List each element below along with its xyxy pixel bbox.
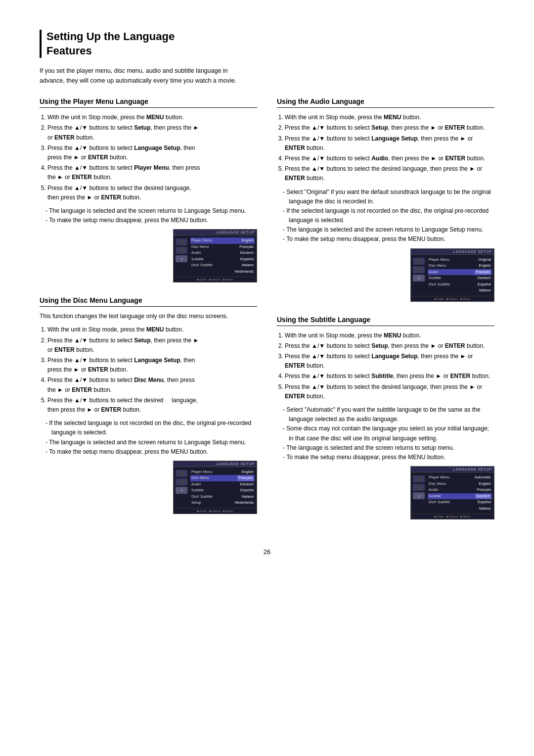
screen-row: Disc MenuFrançais — [190, 475, 255, 481]
screen-header: LANGUAGE SETUP — [174, 461, 257, 467]
screen-row: Player MenuEnglish — [190, 237, 255, 244]
screen-content: Player MenuEnglish Disc MenuFrançais Aud… — [189, 469, 256, 506]
screen-content: Player MenuAutomatic Disc MenuEnglish Au… — [427, 474, 493, 512]
screen-row: DivX SubtitleItaliano — [190, 262, 255, 269]
audio-icon: ⬛ — [176, 478, 187, 485]
screen-content: Player MenuOriginal Disc MenuEnglish Aud… — [427, 257, 493, 294]
disc-menu-steps: With the unit in Stop mode, press the ME… — [40, 325, 257, 415]
intro-text: If you set the player menu, disc menu, a… — [40, 66, 247, 86]
disc-menu-screen: LANGUAGE SETUP ⬛ ⬛ ⚙ Player MenuEnglish … — [173, 461, 257, 514]
note-item: The language is selected and the screen … — [283, 443, 494, 453]
step-item: Press the ▲/▼ buttons to select Setup, t… — [285, 341, 494, 351]
screen-content: Player MenuEnglish Disc MenuFrançais Aud… — [189, 237, 256, 275]
screen-row: DivX SubtitleEspañol — [428, 499, 492, 506]
screen-body: ⬛ ⬛ ⚙ Player MenuEnglish Disc MenuFrança… — [174, 467, 257, 508]
step-item: Press the ▲/▼ buttons to select Subtitle… — [285, 372, 494, 381]
subtitle-language-section: Using the Subtitle Language With the uni… — [277, 316, 494, 520]
screen-row: SetupNederlands — [190, 500, 255, 506]
step-item: With the unit in Stop mode, press the ME… — [47, 325, 257, 334]
screen-row: Player MenuAutomatic — [428, 474, 492, 481]
note-item: To make the setup menu disappear, press … — [283, 235, 494, 244]
setup-icon: ⚙ — [413, 492, 425, 499]
screen-row: Italiano — [428, 287, 492, 294]
note-item: The language is selected and the screen … — [45, 206, 257, 216]
audio-icon: ⬛ — [413, 484, 425, 491]
step-item: With the unit in Stop mode, press the ME… — [285, 331, 494, 340]
note-item: To make the setup menu disappear, press … — [283, 453, 494, 462]
two-column-layout: Using the Player Menu Language With the … — [40, 97, 494, 533]
player-menu-screen: LANGUAGE SETUP ⬛ ⬛ ⚙ Player MenuEnglish … — [173, 229, 257, 283]
screen-row: DivX SubtitleItaliano — [190, 494, 255, 500]
step-item: Press the ▲/▼ buttons to select Language… — [47, 143, 257, 162]
step-item: Press the ▲/▼ buttons to select the desi… — [285, 164, 494, 183]
step-item: Press the ▲/▼ buttons to select Setup, t… — [47, 123, 257, 142]
setup-icon: ⚙ — [413, 275, 425, 282]
setup-icon: ⚙ — [176, 255, 187, 262]
screen-row: Player MenuOriginal — [428, 257, 492, 263]
page-number: 26 — [40, 548, 494, 556]
subtitle-language-title: Using the Subtitle Language — [277, 316, 494, 326]
screen-icons: ⬛ ⬛ ⚙ — [412, 474, 427, 512]
subtitle-steps: With the unit in Stop mode, press the ME… — [277, 331, 494, 401]
disc-menu-desc: This function changes the text language … — [40, 312, 257, 321]
screen-header: LANGUAGE SETUP — [411, 467, 494, 472]
screen-icons: ⬛ ⬛ ⚙ — [175, 469, 189, 506]
audio-icon: ⬛ — [413, 266, 425, 273]
disc-menu-icon: ⬛ — [176, 238, 187, 245]
player-menu-title: Using the Player Menu Language — [40, 97, 257, 108]
step-item: With the unit in Stop mode, press the ME… — [47, 113, 257, 122]
subtitle-screen: LANGUAGE SETUP ⬛ ⬛ ⚙ Player MenuAutomati… — [410, 466, 494, 520]
screen-header: LANGUAGE SETUP — [411, 249, 494, 255]
audio-language-title: Using the Audio Language — [277, 97, 494, 108]
step-item: Press the ▲/▼ buttons to select Setup, t… — [47, 336, 257, 355]
audio-icon: ⬛ — [176, 247, 187, 254]
disc-menu-notes: If the selected language is not recorded… — [40, 419, 257, 457]
player-menu-steps: With the unit in Stop mode, press the ME… — [40, 113, 257, 202]
disc-icon: ⬛ — [413, 258, 425, 265]
step-item: Press the ▲/▼ buttons to select Language… — [47, 356, 257, 375]
screen-row: SubtitleEspañol — [190, 256, 255, 263]
note-item: Some discs may not contain the language … — [283, 424, 494, 443]
screen-row: Disc MenuEnglish — [428, 263, 492, 269]
screen-icons: ⬛ ⬛ ⚙ — [175, 237, 189, 275]
step-item: Press the ▲/▼ buttons to select Player M… — [47, 163, 257, 182]
player-menu-notes: The language is selected and the screen … — [40, 206, 257, 225]
step-item: Press the ▲/▼ buttons to select the desi… — [285, 382, 494, 401]
screen-row: Disc MenuEnglish — [428, 481, 492, 487]
audio-notes: Select "Original" if you want the defaul… — [277, 188, 494, 244]
step-item: With the unit in Stop mode, press the ME… — [285, 113, 494, 122]
left-column: Using the Player Menu Language With the … — [40, 97, 257, 533]
subtitle-notes: Select "Automatic" if you want the subti… — [277, 405, 494, 462]
note-item: The language is selected and the screen … — [283, 225, 494, 235]
screen-footer: ■ Enter ■ Return ■ Menu — [411, 296, 494, 301]
note-item: Select "Automatic" if you want the subti… — [283, 405, 494, 424]
step-item: Press the ▲/▼ buttons to select the desi… — [47, 184, 257, 202]
step-item: Press the ▲/▼ buttons to select Audio, t… — [285, 154, 494, 163]
screen-row: Disc MenuFrançais — [190, 244, 255, 250]
main-title: Setting Up the Language Features — [40, 30, 494, 58]
screen-footer: ■ Enter ■ Return ■ Menu — [174, 277, 257, 282]
screen-row: DivX SubtitleEspañol — [428, 282, 492, 288]
screen-icons: ⬛ ⬛ ⚙ — [412, 257, 427, 294]
step-item: Press the ▲/▼ buttons to select Disc Men… — [47, 376, 257, 394]
note-item: If the selected language is not recorded… — [45, 419, 257, 437]
screen-row: SubtitleEspañol — [190, 487, 255, 494]
screen-row: AudioFrançais — [428, 487, 492, 493]
screen-body: ⬛ ⬛ ⚙ Player MenuOriginal Disc MenuEngli… — [411, 255, 494, 296]
screen-body: ⬛ ⬛ ⚙ Player MenuAutomatic Disc MenuEngl… — [411, 472, 494, 514]
screen-row: SubtitleDeutsch — [428, 493, 492, 500]
disc-icon: ⬛ — [413, 475, 425, 482]
audio-steps: With the unit in Stop mode, press the ME… — [277, 113, 494, 183]
screen-header: LANGUAGE SETUP — [174, 230, 257, 236]
step-item: Press the ▲/▼ buttons to select the desi… — [47, 396, 257, 415]
screen-row: AudioDeutsch — [190, 481, 255, 488]
screen-row: Italiano — [428, 506, 492, 512]
audio-language-section: Using the Audio Language With the unit i… — [277, 97, 494, 301]
screen-row: Nederlands — [190, 269, 255, 275]
screen-body: ⬛ ⬛ ⚙ Player MenuEnglish Disc MenuFrança… — [174, 236, 257, 277]
step-item: Press the ▲/▼ buttons to select Language… — [285, 352, 494, 371]
note-item: If the selected language is not recorded… — [283, 206, 494, 225]
screen-row: Player MenuEnglish — [190, 469, 255, 475]
right-column: Using the Audio Language With the unit i… — [277, 97, 494, 533]
disc-menu-section: Using the Disc Menu Language This functi… — [40, 296, 257, 514]
